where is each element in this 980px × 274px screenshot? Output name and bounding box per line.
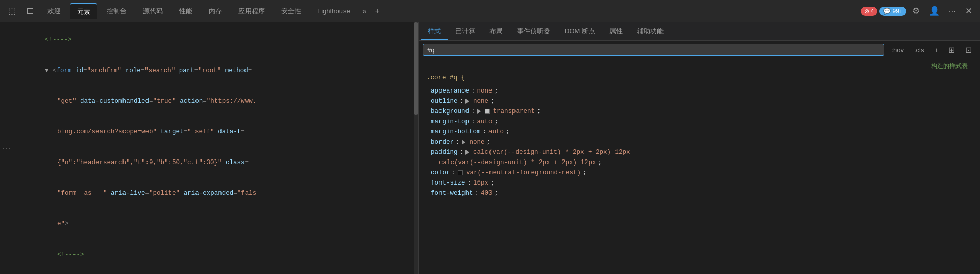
left-dots: ··· — [2, 143, 11, 154]
tab-properties[interactable]: 属性 — [602, 24, 630, 40]
expand-padding-icon[interactable] — [465, 150, 469, 155]
hov-button[interactable]: :hov — [887, 45, 908, 55]
tab-application[interactable]: 应用程序 — [231, 4, 272, 19]
error-badge[interactable]: ⊗ 4 — [861, 7, 878, 16]
constructed-label: 构造的样式表 — [931, 61, 972, 72]
html-line-form-2: "get" data-customhandled="true" action="… — [0, 86, 418, 117]
filter-input[interactable] — [423, 44, 884, 56]
inspect-icon[interactable]: ⬚ — [4, 3, 20, 19]
tab-security[interactable]: 安全性 — [274, 4, 308, 19]
top-bar: ⬚ ⧠ 欢迎 元素 控制台 源代码 性能 内存 应用程序 安全性 Lightho… — [0, 0, 980, 22]
css-rule-border: border: none; — [423, 137, 976, 147]
html-line-form-6: e"> — [0, 209, 418, 239]
force-state-icon[interactable]: ⊞ — [944, 44, 959, 56]
css-rule-color: color: var(--neutral-foreground-rest); — [423, 168, 976, 178]
user-icon[interactable]: 👤 — [925, 4, 943, 18]
scrollbar-thumb[interactable] — [414, 22, 418, 115]
settings-icon[interactable]: ⚙ — [909, 4, 923, 18]
tab-elements[interactable]: 元素 — [70, 3, 97, 19]
tab-accessibility[interactable]: 辅助功能 — [630, 24, 671, 40]
expand-border-icon[interactable] — [462, 140, 465, 145]
collapse-arrow[interactable]: ▼ — [45, 67, 53, 74]
css-rule-outline: outline: none; — [423, 96, 976, 106]
constructed-label-row: 构造的样式表 — [423, 61, 976, 72]
filter-bar: :hov .cls + ⊞ ⊡ — [419, 41, 980, 59]
more-tabs-icon[interactable]: » — [359, 4, 370, 19]
css-rule-font-weight: font-weight: 400; — [423, 188, 976, 198]
html-line: <!----> — [0, 25, 418, 55]
expand-outline-icon[interactable] — [465, 99, 469, 104]
html-line-comment-2: <!----> — [0, 239, 418, 270]
add-tab-icon[interactable]: + — [372, 4, 383, 19]
css-selector: .core #q { — [427, 73, 972, 83]
comment-node-2: <!----> — [57, 251, 84, 258]
style-tabs: 样式 已计算 布局 事件侦听器 DOM 断点 属性 辅助功能 — [419, 22, 980, 41]
css-rules-panel: 构造的样式表 .core #q { appearance: none; outl… — [419, 59, 980, 274]
message-icon: 💬 — [883, 8, 891, 15]
top-bar-right: ⊗ 4 💬 99+ ⚙ 👤 ··· ✕ — [861, 4, 976, 18]
close-icon[interactable]: ✕ — [962, 4, 976, 18]
tab-sources[interactable]: 源代码 — [136, 4, 170, 19]
message-count: 99+ — [892, 8, 902, 15]
tab-memory[interactable]: 内存 — [202, 4, 229, 19]
error-count: 4 — [871, 8, 874, 15]
html-line-form-4: {"n":"headersearch","t":9,"b":50,"c.t":3… — [0, 147, 418, 178]
color-swatch[interactable] — [458, 170, 463, 175]
css-rule-appearance: appearance: none; — [423, 86, 976, 96]
tab-layout[interactable]: 布局 — [482, 24, 510, 40]
html-line-form-3: bing.com/search?scope=web" target="_self… — [0, 117, 418, 147]
tab-console[interactable]: 控制台 — [100, 4, 134, 19]
html-panel: ··· <!----> ▼ <form id="srchfrm" role="s… — [0, 22, 419, 274]
device-icon[interactable]: ⧠ — [22, 4, 38, 19]
comment-node: <!----> — [45, 36, 72, 43]
background-swatch[interactable] — [485, 109, 490, 114]
css-rule-margin-bottom: margin-bottom: auto; — [423, 127, 976, 137]
style-panel: 样式 已计算 布局 事件侦听器 DOM 断点 属性 辅助功能 :hov .cls… — [419, 22, 980, 274]
tab-styles[interactable]: 样式 — [421, 24, 448, 40]
filter-actions: :hov .cls + ⊞ ⊡ — [887, 44, 976, 56]
html-line-div-open: ▼ <div part="searchcore" class="core dar… — [0, 270, 418, 274]
error-icon: ⊗ — [864, 8, 869, 15]
cls-button[interactable]: .cls — [910, 45, 928, 55]
html-content: <!----> ▼ <form id="srchfrm" role="searc… — [0, 22, 418, 274]
add-style-button[interactable]: + — [930, 45, 942, 55]
tab-welcome[interactable]: 欢迎 — [40, 4, 68, 19]
tab-event-listeners[interactable]: 事件侦听器 — [510, 24, 557, 40]
message-badge[interactable]: 💬 99+ — [879, 7, 906, 16]
html-scrollbar[interactable] — [414, 22, 418, 274]
css-rule-margin-top: margin-top: auto; — [423, 117, 976, 127]
css-rule-padding: padding: calc(var(--design-unit) * 2px +… — [423, 147, 976, 157]
expand-background-icon[interactable] — [477, 109, 481, 114]
tab-performance[interactable]: 性能 — [172, 4, 200, 19]
html-line-form-5: "form as " aria-live="polite" aria-expan… — [0, 178, 418, 209]
css-selector-row: .core #q { — [423, 73, 976, 86]
tab-dom-breakpoints[interactable]: DOM 断点 — [557, 24, 602, 40]
css-rule-padding-2: calc(var(--design-unit) * 2px + 2px) 12p… — [423, 157, 976, 168]
css-rule-font-size: font-size: 16px; — [423, 178, 976, 188]
css-rule-background: background: transparent; — [423, 106, 976, 117]
html-line-form-open: ▼ <form id="srchfrm" role="search" part=… — [0, 55, 418, 86]
tab-computed[interactable]: 已计算 — [448, 24, 482, 40]
tab-lighthouse[interactable]: Lighthouse — [310, 4, 357, 18]
main-content: ··· <!----> ▼ <form id="srchfrm" role="s… — [0, 22, 980, 274]
ellipsis-icon[interactable]: ··· — [945, 4, 960, 18]
new-rule-icon[interactable]: ⊡ — [961, 44, 976, 56]
